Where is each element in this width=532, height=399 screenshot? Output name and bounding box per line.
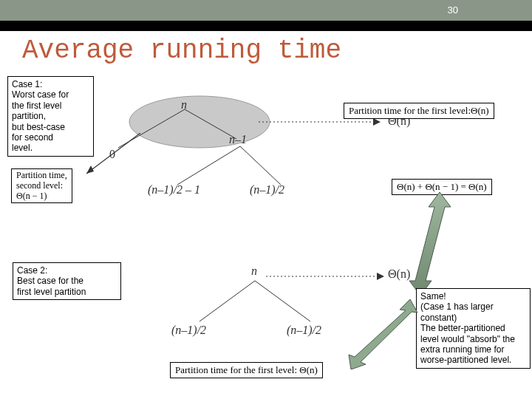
slide-number: 30: [448, 4, 458, 16]
theta-eq-box: Θ(n) + Θ(n − 1) = Θ(n): [392, 179, 492, 195]
slide-header: 30: [0, 0, 532, 21]
same-note-box: Same! (Case 1 has larger constant) The b…: [416, 288, 531, 369]
node-split2-b: (n–1)/2: [287, 324, 321, 337]
node-n-bottom: n: [251, 265, 257, 278]
case2-text: Case 2: Best case for the first level pa…: [17, 265, 86, 297]
svg-line-9: [255, 281, 310, 321]
case1-text: Case 1: Worst case for the first level p…: [12, 79, 69, 153]
slide-title: Average running time: [22, 35, 341, 66]
node-nminus1: n–1: [229, 133, 247, 146]
node-split2-a: (n–1)/2: [171, 324, 206, 337]
node-zero: 0: [109, 148, 115, 161]
svg-line-4: [240, 146, 281, 185]
node-split-b: (n–1)/2: [250, 183, 284, 197]
svg-marker-6: [373, 118, 381, 126]
partition-second-text: Partition time, second level: Θ(n − 1): [16, 170, 67, 201]
svg-marker-14: [349, 299, 417, 369]
case2-box: Case 2: Best case for the first level pa…: [13, 262, 121, 300]
theta-n-label-bottom: Θ(n): [388, 267, 410, 281]
svg-marker-13: [86, 166, 94, 174]
svg-line-8: [200, 281, 255, 321]
svg-line-3: [177, 146, 240, 185]
svg-marker-7: [409, 192, 451, 296]
svg-marker-11: [377, 273, 384, 280]
partition-first-bottom-box: Partition time for the first level: Θ(n): [170, 362, 323, 378]
partition-second-box: Partition time, second level: Θ(n − 1): [11, 168, 72, 203]
svg-line-1: [118, 109, 185, 148]
partition-first-top-box: Partition time for the first level:Θ(n): [344, 103, 494, 119]
header-strip: [0, 21, 532, 31]
same-note-text: Same! (Case 1 has larger constant) The b…: [420, 291, 515, 365]
node-split-a: (n–1)/2 – 1: [148, 183, 200, 197]
case1-box: Case 1: Worst case for the first level p…: [7, 76, 94, 157]
node-n-top: n: [181, 98, 187, 112]
svg-point-0: [129, 96, 270, 148]
